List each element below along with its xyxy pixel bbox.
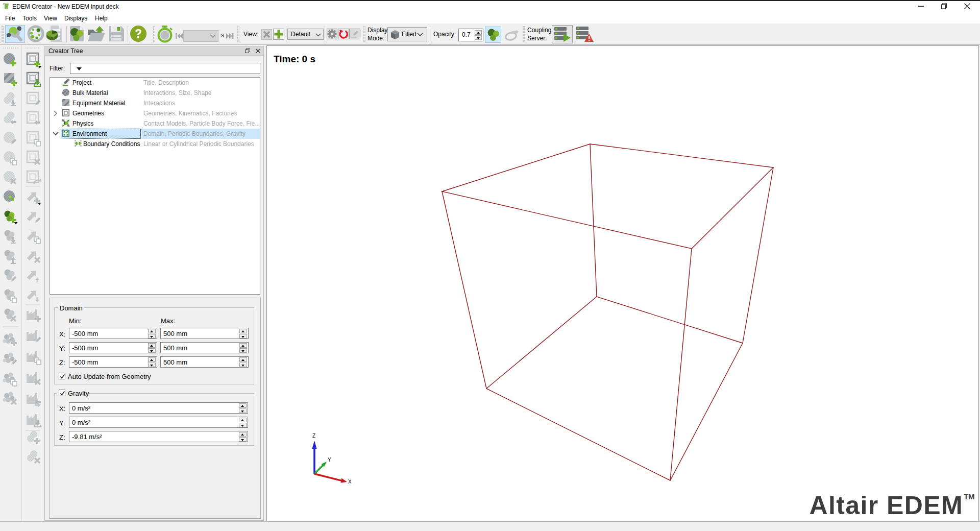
svg-text:X: X: [348, 479, 352, 485]
svg-text:Z: Z: [312, 433, 315, 439]
svg-text:Y: Y: [328, 457, 331, 463]
